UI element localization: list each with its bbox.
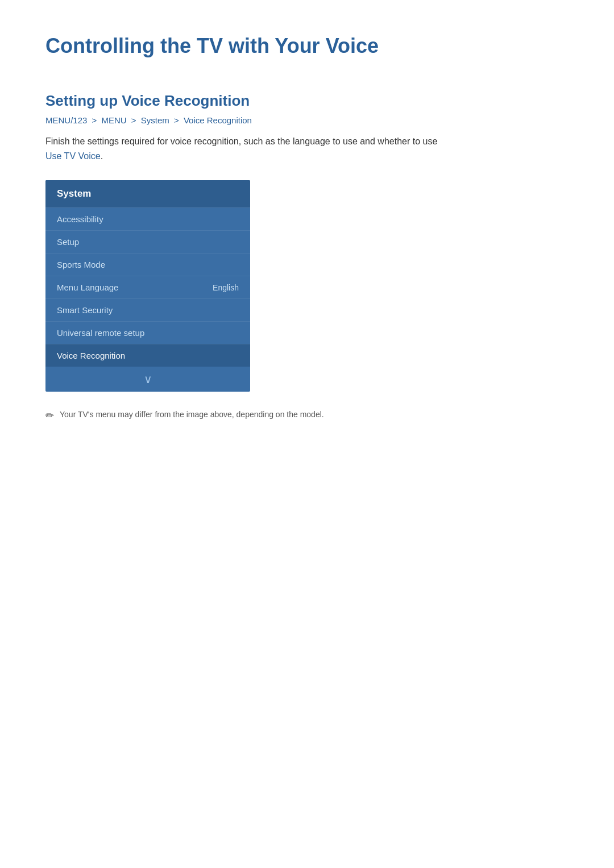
breadcrumb-item-1[interactable]: MENU [101,115,126,125]
menu-item-universal-remote-setup-label: Universal remote setup [57,328,144,338]
breadcrumb: MENU/123 > MENU > System > Voice Recogni… [45,115,569,125]
menu-item-menu-language-label: Menu Language [57,283,118,292]
menu-header: System [45,180,250,207]
page-title: Controlling the TV with Your Voice [45,34,569,64]
menu-item-voice-recognition-label: Voice Recognition [57,351,125,360]
menu-item-menu-language-value: English [213,283,239,292]
menu-item-setup-label: Setup [57,237,79,247]
menu-item-accessibility[interactable]: Accessibility [45,207,250,230]
menu-item-sports-mode-label: Sports Mode [57,260,105,269]
section-title: Setting up Voice Recognition [45,92,569,110]
system-menu: System Accessibility Setup Sports Mode M… [45,180,250,392]
description-after-link: . [101,151,103,161]
description: Finish the settings required for voice r… [45,134,443,163]
use-tv-voice-link[interactable]: Use TV Voice [45,151,101,161]
breadcrumb-item-3[interactable]: Voice Recognition [184,115,252,125]
menu-item-accessibility-label: Accessibility [57,214,103,224]
menu-item-setup[interactable]: Setup [45,230,250,253]
menu-item-voice-recognition[interactable]: Voice Recognition [45,344,250,367]
menu-scroll-down-icon[interactable]: ∨ [45,367,250,392]
breadcrumb-separator-0: > [92,115,99,125]
breadcrumb-item-2[interactable]: System [141,115,169,125]
menu-item-smart-security-label: Smart Security [57,305,113,315]
breadcrumb-separator-1: > [131,115,139,125]
breadcrumb-separator-2: > [174,115,181,125]
note-text: Your TV's menu may differ from the image… [60,409,324,421]
note: ✏ Your TV's menu may differ from the ima… [45,409,569,422]
menu-item-menu-language[interactable]: Menu Language English [45,276,250,298]
menu-item-universal-remote-setup[interactable]: Universal remote setup [45,321,250,344]
menu-item-sports-mode[interactable]: Sports Mode [45,253,250,276]
pencil-icon: ✏ [45,409,54,422]
breadcrumb-item-0[interactable]: MENU/123 [45,115,87,125]
description-before-link: Finish the settings required for voice r… [45,136,437,146]
menu-item-smart-security[interactable]: Smart Security [45,298,250,321]
